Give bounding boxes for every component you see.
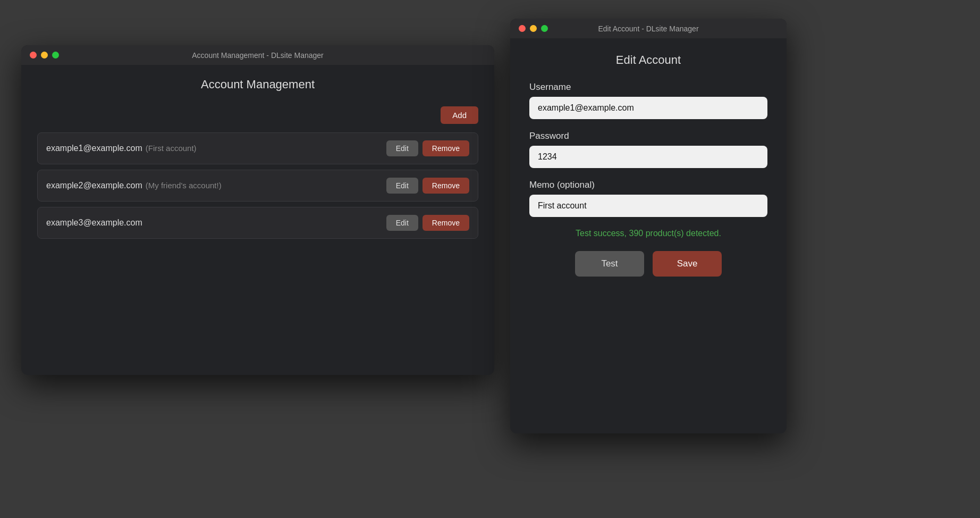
account-window-titlebar: Account Management - DLsite Manager — [21, 45, 494, 65]
maximize-button[interactable] — [541, 25, 548, 32]
remove-button[interactable]: Remove — [423, 178, 469, 194]
edit-button[interactable]: Edit — [386, 140, 418, 156]
password-field[interactable] — [529, 146, 767, 168]
edit-button[interactable]: Edit — [386, 215, 418, 231]
password-group: Password — [529, 131, 767, 168]
account-memo: (First account) — [146, 144, 197, 153]
memo-field[interactable] — [529, 195, 767, 217]
account-email-text: example2@example.com — [46, 181, 142, 190]
password-label: Password — [529, 131, 767, 141]
username-field[interactable] — [529, 97, 767, 119]
traffic-lights — [519, 25, 548, 32]
save-button[interactable]: Save — [653, 251, 722, 277]
account-memo: (My friend's account!) — [146, 181, 222, 190]
account-window-content: Account Management Add example1@example.… — [21, 65, 494, 252]
add-row: Add — [37, 106, 478, 124]
remove-button[interactable]: Remove — [423, 140, 469, 156]
account-email: example2@example.com(My friend's account… — [46, 181, 386, 190]
edit-account-window: Edit Account - DLsite Manager Edit Accou… — [510, 19, 787, 433]
minimize-button[interactable] — [41, 52, 48, 59]
account-email-text: example1@example.com — [46, 144, 142, 153]
account-actions: Edit Remove — [386, 178, 469, 194]
close-button[interactable] — [30, 52, 37, 59]
remove-button[interactable]: Remove — [423, 215, 469, 231]
page-title: Account Management — [37, 78, 478, 91]
account-list: example1@example.com(First account) Edit… — [37, 132, 478, 239]
table-row: example2@example.com(My friend's account… — [37, 170, 478, 202]
edit-window-titlebar: Edit Account - DLsite Manager — [510, 19, 787, 38]
close-button[interactable] — [519, 25, 526, 32]
test-button[interactable]: Test — [575, 251, 644, 277]
memo-label: Memo (optional) — [529, 180, 767, 190]
account-actions: Edit Remove — [386, 215, 469, 231]
account-window-title: Account Management - DLsite Manager — [192, 51, 323, 60]
account-actions: Edit Remove — [386, 140, 469, 156]
account-email: example1@example.com(First account) — [46, 144, 386, 153]
username-group: Username — [529, 82, 767, 119]
account-management-window: Account Management - DLsite Manager Acco… — [21, 45, 494, 375]
edit-heading: Edit Account — [529, 53, 767, 67]
table-row: example1@example.com(First account) Edit… — [37, 132, 478, 164]
edit-window-title: Edit Account - DLsite Manager — [598, 24, 698, 33]
table-row: example3@example.com Edit Remove — [37, 207, 478, 239]
minimize-button[interactable] — [530, 25, 537, 32]
form-actions: Test Save — [529, 251, 767, 277]
edit-button[interactable]: Edit — [386, 178, 418, 194]
username-label: Username — [529, 82, 767, 93]
memo-group: Memo (optional) — [529, 180, 767, 217]
edit-window-content: Edit Account Username Password Memo (opt… — [510, 38, 787, 291]
account-email-text: example3@example.com — [46, 218, 142, 227]
traffic-lights — [30, 52, 59, 59]
maximize-button[interactable] — [52, 52, 59, 59]
add-button[interactable]: Add — [441, 106, 478, 124]
status-message: Test success, 390 product(s) detected. — [529, 229, 767, 238]
account-email: example3@example.com — [46, 218, 386, 228]
